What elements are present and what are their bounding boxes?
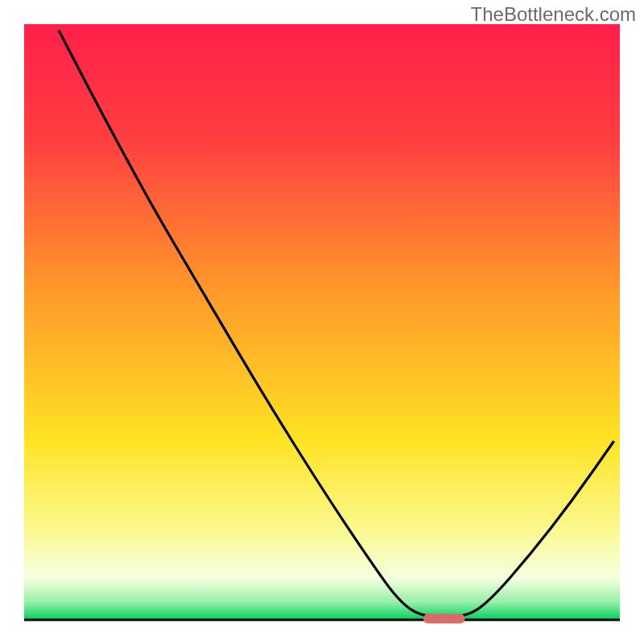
plot-background [24, 24, 620, 620]
optimal-marker [423, 614, 465, 624]
watermark-label: TheBottleneck.com [471, 3, 636, 26]
bottleneck-chart [0, 0, 644, 644]
chart-container: TheBottleneck.com [0, 0, 644, 644]
